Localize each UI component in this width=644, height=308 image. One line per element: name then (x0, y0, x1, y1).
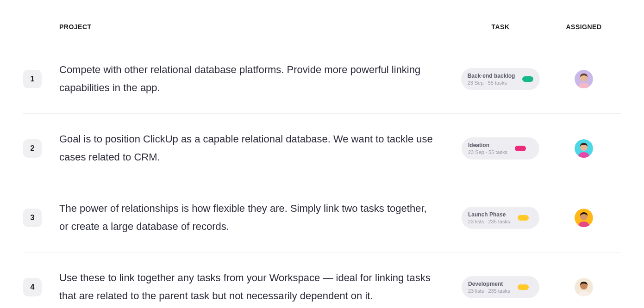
row-number-badge: 1 (23, 70, 42, 88)
avatar[interactable] (575, 70, 593, 88)
task-meta: 23 lists · 235 tasks (468, 219, 510, 224)
row-number-badge: 4 (23, 278, 42, 296)
task-title: Ideation (468, 142, 507, 148)
assigned-cell (547, 209, 621, 227)
task-meta: 23 Sep · 55 tasks (468, 149, 507, 155)
project-description: Goal is to position ClickUp as a capable… (59, 130, 454, 166)
header-project: PROJECT (59, 23, 454, 31)
task-cell: Launch Phase 23 lists · 235 tasks (454, 207, 547, 229)
row-number-cell: 4 (23, 278, 59, 296)
project-description: Compete with other relational database p… (59, 61, 454, 97)
status-indicator (518, 284, 529, 290)
task-text: Ideation 23 Sep · 55 tasks (468, 142, 507, 155)
task-text: Launch Phase 23 lists · 235 tasks (468, 211, 510, 224)
status-indicator (515, 146, 526, 151)
table-row[interactable]: 2 Goal is to position ClickUp as a capab… (23, 113, 621, 183)
assigned-cell (547, 278, 621, 296)
project-table: PROJECT TASK ASSIGNED 1 Compete with oth… (23, 23, 621, 308)
avatar[interactable] (575, 209, 593, 227)
task-text: Development 23 lists · 235 tasks (468, 281, 510, 294)
task-pill[interactable]: Ideation 23 Sep · 55 tasks (462, 137, 539, 160)
task-meta: 23 Sep · 55 tasks (468, 80, 515, 86)
task-pill[interactable]: Development 23 lists · 235 tasks (462, 276, 539, 298)
task-cell: Development 23 lists · 235 tasks (454, 276, 547, 298)
task-pill[interactable]: Launch Phase 23 lists · 235 tasks (462, 207, 539, 229)
task-cell: Back-end backlog 23 Sep · 55 tasks (454, 68, 547, 90)
assigned-cell (547, 70, 621, 88)
project-description: The power of relationships is how flexib… (59, 200, 454, 235)
status-indicator (522, 76, 533, 82)
row-number-badge: 2 (23, 139, 42, 158)
row-number-cell: 2 (23, 139, 59, 158)
avatar[interactable] (575, 278, 593, 296)
status-indicator (518, 215, 529, 221)
row-number-cell: 1 (23, 70, 59, 88)
table-row[interactable]: 1 Compete with other relational database… (23, 44, 621, 113)
table-header-row: PROJECT TASK ASSIGNED (23, 23, 621, 44)
task-title: Back-end backlog (468, 73, 515, 79)
header-task: TASK (454, 23, 547, 31)
table-row[interactable]: 4 Use these to link together any tasks f… (23, 252, 621, 308)
assigned-cell (547, 139, 621, 158)
task-pill[interactable]: Back-end backlog 23 Sep · 55 tasks (461, 68, 540, 90)
row-number-badge: 3 (23, 209, 42, 227)
header-assigned: ASSIGNED (547, 23, 621, 31)
task-title: Launch Phase (468, 211, 510, 218)
task-cell: Ideation 23 Sep · 55 tasks (454, 137, 547, 160)
task-meta: 23 lists · 235 tasks (468, 288, 510, 294)
table-row[interactable]: 3 The power of relationships is how flex… (23, 183, 621, 252)
task-text: Back-end backlog 23 Sep · 55 tasks (468, 73, 515, 86)
avatar[interactable] (575, 139, 593, 158)
row-number-cell: 3 (23, 209, 59, 227)
task-title: Development (468, 281, 510, 287)
project-description: Use these to link together any tasks fro… (59, 269, 454, 305)
